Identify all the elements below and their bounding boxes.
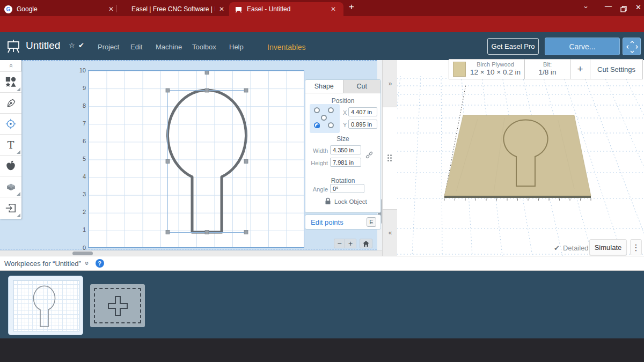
tab-easel-untitled-active[interactable]: Easel - Untitled ✕	[229, 2, 343, 16]
shapes-tool-button[interactable]	[0, 72, 21, 93]
material-card[interactable]: Birch Plywood 12 × 10 × 0.2 in	[449, 59, 525, 79]
restore-window-icon[interactable]	[620, 5, 627, 14]
edit-points-card[interactable]: Edit points E	[305, 215, 381, 230]
tab-easel-site[interactable]: Easel | Free CNC Software | Inve ✕	[119, 2, 226, 16]
apps-apple-button[interactable]	[0, 156, 21, 176]
tab-google[interactable]: G Google ✕	[4, 2, 116, 16]
y-ruler-tick: 6	[74, 138, 86, 144]
anchor-selector[interactable]	[310, 104, 340, 133]
help-icon[interactable]: ?	[96, 259, 104, 268]
import-button[interactable]	[0, 197, 21, 218]
keyhole-shape[interactable]	[168, 90, 246, 232]
chromeos-shelf: US 1:54	[0, 338, 644, 362]
tab-title: Easel | Free CNC Software | Inve	[131, 5, 215, 13]
zoom-out-button[interactable]: −	[334, 239, 345, 248]
collapse-sidebar-button[interactable]: »	[0, 60, 21, 72]
menu-edit[interactable]: Edit	[130, 43, 142, 51]
bit-value: 1/8 in	[538, 68, 556, 77]
x-position-input[interactable]: 4.407 in	[348, 107, 377, 116]
preview-3d-panel[interactable]	[397, 60, 644, 256]
rotation-heading: Rotation	[305, 177, 380, 184]
tab-close-icon[interactable]: ✕	[328, 5, 338, 13]
anchor-bottom-left-selected[interactable]	[314, 122, 320, 128]
document-title[interactable]: Untitled	[26, 40, 60, 51]
tab-cut[interactable]: Cut	[343, 80, 381, 93]
drag-handle-dots[interactable]	[387, 154, 392, 161]
tab-title: Google	[17, 5, 38, 13]
workpieces-panel	[0, 271, 644, 338]
y-ruler-tick: 1	[74, 226, 86, 233]
bit-card[interactable]: Bit: 1/8 in	[525, 59, 570, 79]
menu-help[interactable]: Help	[229, 43, 244, 51]
link-dimensions-icon[interactable]	[364, 150, 374, 162]
lock-object-label[interactable]: Lock Object	[334, 198, 367, 205]
y-ruler-tick: 7	[74, 120, 86, 127]
shapes-icon	[5, 76, 17, 88]
drill-origin-button[interactable]	[0, 114, 21, 135]
angle-label: Angle	[310, 186, 328, 193]
add-workpiece-button[interactable]	[90, 284, 145, 327]
jog-machine-button[interactable]	[623, 38, 641, 55]
height-input[interactable]: 7.981 in	[330, 158, 361, 167]
size-heading: Size	[305, 135, 380, 143]
material-size: 12 × 10 × 0.2 in	[470, 68, 521, 77]
collapse-workpieces-icon[interactable]: »	[83, 262, 91, 265]
shape-panel: Shape Cut Position X 4.407 in Y 0.895 in…	[305, 79, 381, 213]
y-ruler-tick: 3	[74, 191, 86, 197]
anchor-bottom-right[interactable]	[328, 122, 334, 128]
menu-toolbox[interactable]: Toolbox	[192, 43, 216, 51]
material-grid[interactable]	[88, 70, 304, 248]
anchor-center[interactable]	[321, 115, 327, 121]
tab-close-icon[interactable]: ✕	[106, 5, 116, 13]
anchor-top-right[interactable]	[328, 107, 334, 113]
text-tool-button[interactable]: T	[0, 135, 21, 156]
check-icon: ✔	[554, 244, 560, 252]
canvas-horizontal-scrollbar[interactable]	[0, 250, 382, 256]
preview-3d-scene	[397, 60, 644, 256]
workpieces-bar: Workpieces for “Untitled” » ?	[0, 256, 644, 271]
workpiece-thumbnail-selected[interactable]	[8, 276, 83, 335]
detailed-status[interactable]: ✔ Detailed	[554, 244, 589, 252]
pen-tool-button[interactable]	[0, 93, 21, 114]
tab-shape[interactable]: Shape	[305, 80, 343, 93]
scrollbar-handle[interactable]	[72, 252, 93, 255]
zoom-home-button[interactable]	[360, 239, 372, 248]
expand-panel-button[interactable]: »	[383, 60, 398, 107]
y-ruler-tick: 9	[74, 85, 86, 91]
tab-close-icon[interactable]: ✕	[217, 5, 226, 13]
cut-settings-button[interactable]: Cut Settings	[590, 59, 643, 79]
selection-handles[interactable]	[166, 71, 248, 234]
tab-search-chevron-icon[interactable]: ›	[585, 3, 587, 11]
material-name: Birch Plywood	[477, 61, 514, 69]
menu-machine[interactable]: Machine	[156, 43, 182, 51]
apple-icon	[5, 160, 17, 172]
close-window-icon[interactable]: ✕	[635, 3, 641, 11]
width-input[interactable]: 4.350 in	[330, 145, 361, 154]
get-easel-pro-button[interactable]: Get Easel Pro	[487, 38, 539, 55]
thumbnail-keyhole	[33, 286, 55, 327]
simulate-button[interactable]: Simulate	[589, 239, 627, 255]
lock-icon[interactable]	[325, 197, 331, 207]
y-ruler-tick: 10	[74, 67, 86, 73]
favorite-star-icon[interactable]: ☆	[69, 41, 75, 49]
minimize-icon[interactable]: —	[605, 2, 612, 10]
menu-project[interactable]: Project	[98, 43, 119, 51]
edit-points-link[interactable]: Edit points	[311, 218, 343, 226]
add-bit-button[interactable]: +	[570, 59, 590, 79]
y-position-input[interactable]: 0.895 in	[348, 120, 377, 129]
material-swatch	[453, 62, 466, 77]
inventables-link[interactable]: Inventables	[267, 43, 306, 51]
lego-brick-icon	[5, 181, 17, 193]
design-library-lego-button[interactable]	[0, 176, 21, 197]
zoom-in-button[interactable]: +	[345, 239, 356, 248]
text-tool-icon: T	[8, 139, 14, 151]
browser-toolbar: ← → ↻ ⌂ easel.inventables.com/projects/n…	[0, 16, 644, 32]
new-tab-button[interactable]: +	[349, 2, 354, 12]
selection-box	[168, 72, 246, 233]
anchor-top-left[interactable]	[314, 107, 320, 113]
simulate-menu-dots-icon[interactable]: ⋮	[630, 239, 642, 255]
carve-button[interactable]: Carve...	[545, 38, 620, 55]
angle-input[interactable]: 0°	[330, 184, 364, 193]
y-label: Y	[343, 122, 347, 128]
collapse-panel-button[interactable]: «	[383, 209, 398, 256]
